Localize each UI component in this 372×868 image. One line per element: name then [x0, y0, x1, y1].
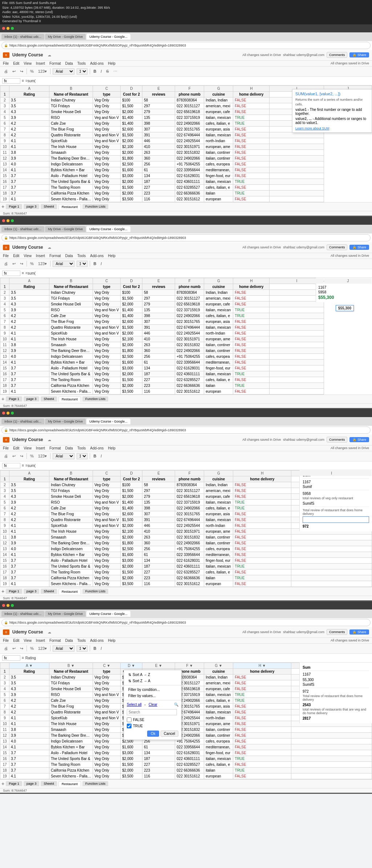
sort-az[interactable]: ⇅ Sort A → Z — [124, 672, 181, 678]
cell-ref-3[interactable] — [2, 463, 20, 468]
rating-cell[interactable]: 3.8 — [9, 149, 49, 155]
menu-help[interactable]: Help — [108, 61, 116, 65]
cell-reference[interactable] — [2, 78, 20, 84]
rating-cell[interactable]: 3.7 — [9, 563, 49, 569]
delivery-cell[interactable]: FALSE — [233, 295, 270, 301]
phone-cell[interactable]: 022 33956644 — [175, 552, 204, 557]
delivery-cell[interactable]: FALSE — [233, 388, 270, 394]
m3-file[interactable]: File — [3, 446, 9, 450]
formula-input[interactable] — [25, 79, 370, 83]
phone-cell[interactable]: phone numb — [175, 284, 204, 289]
name-cell[interactable]: Byblos Kitchen + Bar — [49, 167, 93, 173]
phone-cell[interactable]: 022 30151971 — [175, 336, 204, 342]
cuisine-cell[interactable]: cafes, italian, e — [204, 313, 233, 319]
name-cell[interactable]: SpiceKlub — [49, 138, 93, 144]
type-cell[interactable]: Veg Only — [93, 184, 121, 190]
add-sheet-btn[interactable]: + — [1, 204, 4, 209]
delivery-cell[interactable]: FALSE — [233, 109, 270, 115]
cost-cell[interactable]: $1,500 — [121, 488, 142, 493]
phone-cell[interactable]: 022 43601111 — [175, 756, 204, 761]
phone-cell[interactable]: 022 30151612 — [175, 581, 204, 587]
reviews-cell[interactable]: 58 — [142, 482, 175, 488]
cost-cell[interactable]: $2,000 — [121, 383, 142, 388]
phone-cell[interactable]: 022 61628031 — [175, 557, 204, 563]
type-cell[interactable]: Veg and Non V — [93, 138, 121, 144]
reviews-cell[interactable]: 297 — [142, 488, 175, 493]
type-cell[interactable]: type — [93, 668, 121, 674]
type-cell[interactable]: Veg Only — [93, 703, 121, 709]
delivery-cell[interactable]: FALSE — [233, 709, 291, 715]
sheet-restaurant[interactable]: Restaurant — [58, 204, 81, 209]
reviews-cell[interactable]: 279 — [142, 301, 175, 307]
t3-pct[interactable]: % — [29, 453, 35, 459]
cuisine-cell[interactable]: european — [204, 773, 233, 779]
rating-cell[interactable]: 4.1 — [9, 359, 49, 365]
type-cell[interactable]: Veg Only — [93, 377, 121, 383]
sort-za[interactable]: ⇅ Sort Z → A — [124, 678, 181, 684]
type-cell[interactable]: Veg Only — [93, 581, 121, 587]
delivery-cell[interactable]: FALSE — [233, 132, 270, 138]
rating-cell[interactable]: 3.8 — [9, 727, 49, 732]
delivery-cell[interactable]: FALSE — [233, 126, 270, 132]
s2-col-d[interactable]: D — [121, 278, 142, 284]
formula-input-4[interactable] — [25, 656, 370, 660]
cuisine-cell[interactable]: cafes, italian, e — [204, 505, 233, 511]
rating-cell[interactable]: 3.7 — [9, 767, 49, 773]
cuisine-cell[interactable]: italian, continer — [204, 540, 233, 546]
reviews-cell[interactable]: 227 — [142, 569, 175, 575]
reviews-cell[interactable]: reviews — [142, 476, 175, 482]
cost-cell[interactable]: $3,500 — [121, 581, 142, 587]
m4-addons[interactable]: Add-ons — [90, 639, 104, 643]
cost-cell[interactable]: $2,500 — [121, 546, 142, 552]
cost-cell[interactable]: $1,400 — [121, 313, 142, 319]
reviews-cell[interactable]: 446 — [142, 138, 175, 144]
phone-cell[interactable]: 022 30151127 — [175, 295, 204, 301]
delivery-cell[interactable]: FALSE — [233, 289, 270, 295]
menu-file[interactable]: File — [3, 61, 9, 65]
delivery-cell[interactable]: TRUE — [233, 756, 291, 761]
cost-cell[interactable]: $2,000 — [121, 149, 142, 155]
cost-cell[interactable]: $2,000 — [121, 575, 142, 581]
reviews-cell[interactable]: 134 — [142, 365, 175, 371]
toolbar2-undo[interactable]: ↩ — [11, 261, 17, 267]
reviews-cell[interactable]: 398 — [142, 120, 175, 126]
rating-cell[interactable]: 4.1 — [9, 330, 49, 336]
toolbar-redo[interactable]: ↪ — [19, 69, 24, 74]
rating-cell[interactable]: Rating — [9, 91, 49, 97]
reviews-cell[interactable]: 307 — [142, 319, 175, 324]
col-d-header[interactable]: D — [121, 85, 142, 91]
name-cell[interactable]: Smoke House Deli — [49, 686, 93, 692]
share-btn-4[interactable]: 🔒 Share — [349, 629, 369, 635]
phone-cell[interactable]: 022 30151127 — [175, 103, 204, 109]
col-e-header[interactable]: E — [142, 85, 175, 91]
delivery-cell[interactable]: home delivery — [233, 668, 291, 674]
phone-cell[interactable]: 022 61628031 — [175, 365, 204, 371]
tab2-udemy[interactable]: Udemy Course - Google... — [86, 226, 130, 232]
rating-cell[interactable]: 3.5 — [9, 97, 49, 103]
reviews-cell[interactable]: reviews — [142, 91, 175, 97]
type-cell[interactable]: Veg Only — [93, 301, 121, 307]
rating-cell[interactable]: 4.3 — [9, 686, 49, 692]
type-cell[interactable]: Veg Only — [93, 319, 121, 324]
toolbar-print[interactable]: 🖨 — [3, 69, 9, 74]
cost-cell[interactable]: $2,100 — [121, 528, 142, 534]
type-cell[interactable]: Veg Only — [93, 505, 121, 511]
reviews-cell[interactable]: 135 — [142, 115, 175, 120]
delivery-cell[interactable]: FALSE — [233, 523, 291, 528]
toolbar-percent[interactable]: % — [29, 69, 35, 74]
type-cell[interactable]: Veg Only — [93, 295, 121, 301]
rating-cell[interactable]: 3.9 — [9, 499, 49, 505]
cuisine-cell[interactable]: italian, mexican — [204, 324, 233, 330]
rating-cell[interactable]: 3.7 — [9, 575, 49, 581]
s3-functions[interactable]: Function Lists — [82, 589, 109, 594]
type-cell[interactable]: Veg Only — [93, 383, 121, 388]
reviews-cell[interactable]: reviews — [142, 284, 175, 289]
delivery-cell[interactable]: FALSE — [233, 732, 291, 738]
max-btn-3[interactable] — [11, 412, 14, 415]
name-cell[interactable]: Asilo - Palladium Hotel — [49, 750, 93, 756]
name-cell[interactable]: The Barking Deer Brewpu — [49, 732, 93, 738]
m3-edit[interactable]: Edit — [13, 446, 19, 450]
cost-cell[interactable]: $2,000 — [121, 767, 142, 773]
delivery-cell[interactable]: FALSE — [233, 686, 291, 692]
cuisine-cell[interactable]: Indian, Indian — [204, 289, 233, 295]
